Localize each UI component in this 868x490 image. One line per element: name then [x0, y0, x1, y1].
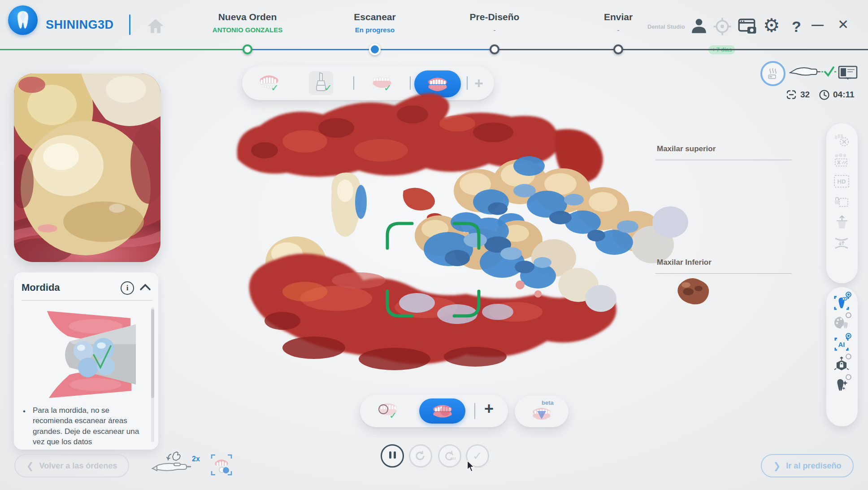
progress-dot-current: [369, 44, 381, 55]
texture-mode-button[interactable]: [826, 313, 857, 334]
delete-brush-button[interactable]: [826, 130, 857, 150]
bite-adjust-button[interactable]: [826, 233, 857, 254]
panel-divider: [22, 300, 152, 301]
timer-value: 04:11: [833, 90, 855, 100]
mouse-cursor: [466, 460, 475, 472]
camera-preview: [14, 74, 161, 262]
toggle-indicator-on: [846, 333, 851, 339]
redo-all-label: ALL: [450, 456, 456, 460]
back-to-orders-button[interactable]: ❮ Volver a las órdenes: [14, 454, 129, 477]
lower-jaw-underline: [655, 273, 792, 274]
ai-polish-button[interactable]: [826, 375, 857, 396]
ai-label: AI: [838, 341, 845, 348]
check-icon: ✓: [389, 410, 397, 421]
account-name: Dental Studio: [647, 23, 685, 30]
toggle-indicator-off: [846, 354, 851, 359]
step-escanear[interactable]: Escanear En progreso: [321, 12, 429, 34]
toggle-indicator-off: [846, 374, 851, 380]
app-logo: [8, 5, 38, 35]
calibration-icon[interactable]: [713, 17, 732, 38]
step-sublabel: ANTONIO GONZALES: [194, 26, 301, 34]
double-click-hint: 2x: [151, 451, 200, 479]
go-to-predesign-button[interactable]: ❯ Ir al prediseño: [761, 454, 854, 477]
rescan-all-button[interactable]: ALL: [438, 444, 461, 468]
scanner-connection-status: [789, 66, 861, 83]
close-icon[interactable]: ✕: [838, 18, 849, 31]
chevron-left-icon: ❮: [26, 460, 34, 471]
lower-jaw-label: Maxilar Inferior: [657, 258, 712, 267]
view-toolbar: AI: [826, 287, 858, 426]
application-window: SHINING3D Nueva Orden ANTONIO GONZALES E…: [0, 0, 868, 490]
info-icon[interactable]: i: [121, 281, 134, 295]
collapse-chevron-icon[interactable]: [139, 283, 151, 293]
brand-divider: [129, 14, 130, 35]
hd-label: HD: [838, 178, 846, 185]
edit-toolbar: HD: [826, 123, 858, 283]
toggle-indicator-off: [846, 312, 851, 318]
tooth-logo-icon: [14, 10, 32, 30]
delete-region-button[interactable]: [826, 150, 857, 171]
tab-bite-scan-done[interactable]: ✓: [376, 400, 400, 421]
step-label: Enviar: [564, 12, 672, 22]
tab-bite-selected-bottom[interactable]: [419, 398, 465, 424]
add-jaw-scan-button[interactable]: +: [484, 399, 494, 418]
tip-text: Para la mordida, no se recomienda escane…: [33, 405, 150, 447]
upper-jaw-label: Maxilar superior: [657, 144, 716, 153]
fps-value: 32: [800, 90, 810, 100]
screenshot-icon[interactable]: [738, 18, 757, 37]
lock-view-button[interactable]: [826, 354, 857, 375]
rescan-button[interactable]: [409, 444, 432, 468]
forward-button-label: Ir al prediseño: [786, 461, 841, 471]
double-click-label: 2x: [192, 455, 200, 463]
minimize-icon[interactable]: —: [812, 19, 824, 31]
beta-scan-tab[interactable]: beta: [515, 396, 569, 427]
progress-dot-pending: [490, 44, 499, 54]
chevron-right-icon: ❯: [773, 460, 781, 471]
bite-panel-title: Mordida: [22, 282, 60, 293]
step-label: Pre-Diseño: [441, 12, 548, 22]
step-nueva-orden[interactable]: Nueva Orden ANTONIO GONZALES: [194, 12, 301, 34]
progress-segment-done: [0, 49, 247, 50]
home-icon[interactable]: [147, 18, 164, 36]
scanner-connected-icon: [789, 66, 861, 81]
lock-region-button[interactable]: [826, 192, 857, 212]
step-label: Escanear: [321, 12, 429, 22]
step-sublabel: -: [441, 26, 548, 34]
scan-3d-viewport[interactable]: [224, 88, 726, 379]
hd-region-button[interactable]: HD: [826, 171, 857, 192]
back-button-label: Volver a las órdenes: [39, 461, 117, 471]
bite-demo-illustration: [42, 308, 136, 400]
step-enviar[interactable]: Enviar -: [564, 12, 672, 34]
step-label: Nueva Orden: [194, 12, 301, 22]
bite-panel: Mordida i • Para la mordida, no se recom…: [14, 272, 158, 450]
scan-preview-toggle[interactable]: [210, 453, 233, 478]
tab-divider: [474, 403, 475, 419]
ai-recognition-button[interactable]: AI: [826, 334, 857, 354]
toggle-indicator-on: [846, 292, 851, 298]
settings-gear-icon[interactable]: ⚙: [763, 16, 780, 35]
model-visibility-button[interactable]: [826, 293, 857, 313]
redo-icon: [415, 451, 426, 461]
user-icon[interactable]: [690, 17, 707, 37]
timer-clock-icon: [819, 89, 830, 102]
panel-scrollbar-thumb[interactable]: [151, 309, 154, 398]
beta-bite-icon: [530, 405, 553, 424]
fps-frame-icon: [786, 89, 797, 102]
pause-icon: [388, 451, 397, 460]
progress-dot-done: [243, 44, 252, 54]
upper-jaw-underline: [655, 160, 792, 160]
intraoral-photo: [14, 74, 161, 262]
scanner-warmup-button[interactable]: [760, 61, 786, 86]
redo-all-icon: ALL: [444, 450, 456, 462]
restore-deleted-button[interactable]: [826, 212, 857, 233]
step-sublabel: En progreso: [321, 26, 429, 34]
pause-scan-button[interactable]: [381, 444, 404, 468]
progress-segment-pending: [495, 49, 868, 50]
step-pre-diseno[interactable]: Pre-Diseño -: [441, 12, 548, 34]
panel-scrollbar[interactable]: [151, 307, 154, 442]
progress-dot-pending: [613, 44, 623, 54]
help-icon[interactable]: ?: [792, 19, 801, 34]
tip-bullet: •: [23, 406, 28, 416]
brand-name: SHINING3D: [46, 18, 114, 32]
